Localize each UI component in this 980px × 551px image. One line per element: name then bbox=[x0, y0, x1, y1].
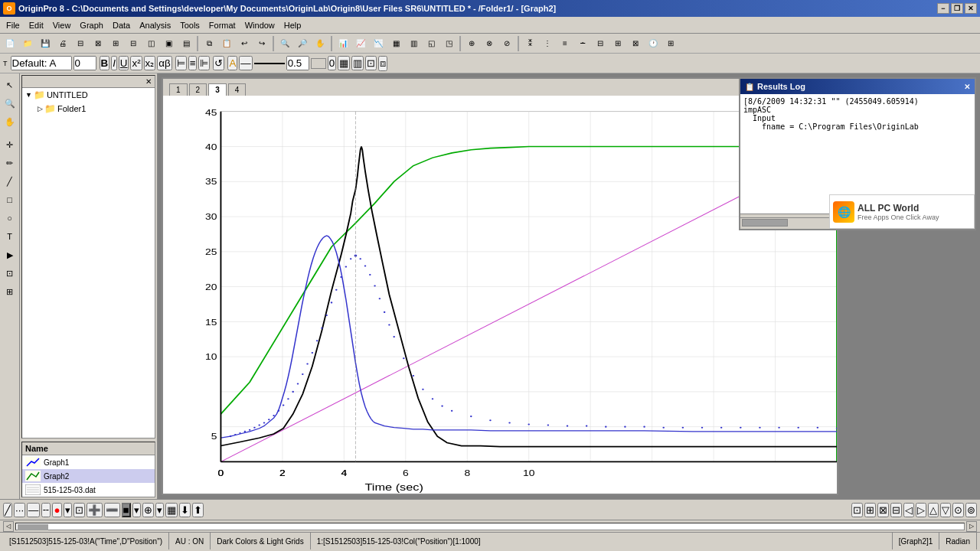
analyze-btn1[interactable]: ⊕ bbox=[463, 35, 480, 52]
tb-btn9[interactable]: ◫ bbox=[142, 35, 159, 52]
data-sel2-btn[interactable]: ▾ bbox=[155, 503, 164, 517]
draw-line-btn[interactable]: ╱ bbox=[3, 503, 12, 517]
align-right-btn[interactable]: ⊫ bbox=[198, 56, 210, 70]
bottom-btn1[interactable]: ⊡ bbox=[851, 503, 863, 517]
tree-root[interactable]: ▼ 📁 UNTITLED bbox=[22, 88, 155, 102]
redo-btn[interactable]: ↪ bbox=[253, 35, 270, 52]
tb-btn8[interactable]: ⊟ bbox=[125, 35, 142, 52]
table-btn[interactable]: ▦ bbox=[165, 503, 178, 517]
tb-btn11[interactable]: ▤ bbox=[178, 35, 194, 52]
graph-window[interactable]: 1 2 3 4 Delta Temperature (K) Magnetic F… bbox=[162, 77, 838, 495]
graph-btn5[interactable]: ▥ bbox=[405, 35, 422, 52]
font-size-input[interactable]: 0 bbox=[74, 56, 96, 70]
alpha-btn[interactable]: αβ bbox=[157, 56, 172, 70]
draw-dots-btn[interactable]: ··· bbox=[14, 503, 25, 517]
tb-clock[interactable]: 🕐 bbox=[645, 35, 662, 52]
tb-grid[interactable]: ⊞ bbox=[662, 35, 679, 52]
draw-line2-btn[interactable]: — bbox=[27, 503, 40, 517]
color-red-btn[interactable]: ● bbox=[52, 503, 61, 517]
subscript-btn[interactable]: x₂ bbox=[144, 56, 156, 70]
graph-tab-2[interactable]: 2 bbox=[189, 83, 207, 96]
print-btn[interactable]: 🖨 bbox=[54, 35, 71, 52]
draw-line3-btn[interactable]: ╌ bbox=[41, 503, 51, 517]
fill-sel-btn[interactable]: ▾ bbox=[132, 503, 141, 517]
bold-btn[interactable]: B bbox=[100, 56, 110, 70]
fill-color-btn[interactable]: ■ bbox=[122, 503, 131, 517]
save-btn[interactable]: 💾 bbox=[37, 35, 54, 52]
bottom-btn3[interactable]: ⊠ bbox=[877, 503, 889, 517]
graph-btn2[interactable]: 📈 bbox=[352, 35, 369, 52]
graph-btn3[interactable]: 📉 bbox=[370, 35, 387, 52]
graph-btn6[interactable]: ◱ bbox=[423, 35, 439, 52]
italic-btn[interactable]: I bbox=[111, 56, 117, 70]
tb-extra1[interactable]: ⁑ bbox=[521, 35, 538, 52]
name-item-graph2[interactable]: Graph2 bbox=[22, 469, 155, 483]
import-btn[interactable]: ⬇ bbox=[179, 503, 191, 517]
fill-btn[interactable]: 0 bbox=[328, 56, 336, 70]
print2-btn[interactable]: ⊟ bbox=[72, 35, 89, 52]
bottom-btn9[interactable]: ⊙ bbox=[952, 503, 964, 517]
name-item-dat[interactable]: 515-125-03.dat bbox=[22, 483, 155, 497]
menu-file[interactable]: File bbox=[2, 19, 24, 31]
align-left-btn[interactable]: ⊨ bbox=[175, 56, 187, 70]
region-sel-btn[interactable]: ⊡ bbox=[74, 503, 85, 517]
menu-tools[interactable]: Tools bbox=[175, 19, 204, 31]
close-button[interactable]: ✕ bbox=[965, 3, 977, 14]
tb-btn10[interactable]: ▣ bbox=[160, 35, 177, 52]
restore-button[interactable]: ❐ bbox=[951, 3, 963, 14]
color-btn[interactable]: A bbox=[227, 56, 237, 70]
tb-extra7[interactable]: ⊠ bbox=[627, 35, 644, 52]
bottom-btn7[interactable]: △ bbox=[928, 503, 939, 517]
arrow-tool[interactable]: ↖ bbox=[2, 77, 18, 93]
results-log-window[interactable]: 📋 Results Log ✕ [8/6/2009 14:32:31 "" (2… bbox=[739, 77, 976, 230]
line-color-btn[interactable]: — bbox=[239, 56, 252, 70]
hand-btn[interactable]: ✋ bbox=[312, 35, 328, 52]
menu-data[interactable]: Data bbox=[108, 19, 135, 31]
scroll-thumb[interactable] bbox=[18, 524, 48, 530]
menu-view[interactable]: View bbox=[48, 19, 76, 31]
pattern2-btn[interactable]: ▥ bbox=[351, 56, 364, 70]
bottom-btn5[interactable]: ◁ bbox=[903, 503, 914, 517]
pattern-btn[interactable]: ▦ bbox=[338, 56, 350, 70]
tb-btn6[interactable]: ⊠ bbox=[90, 35, 106, 52]
analyze-btn2[interactable]: ⊗ bbox=[481, 35, 498, 52]
results-log-close[interactable]: ✕ bbox=[964, 83, 970, 91]
scroll-right-btn[interactable]: ▷ bbox=[966, 521, 977, 532]
paste-btn[interactable]: 📋 bbox=[218, 35, 235, 52]
draw-tool[interactable]: ✏ bbox=[2, 155, 18, 171]
rotate-btn[interactable]: ↺ bbox=[213, 56, 224, 70]
minimize-button[interactable]: − bbox=[937, 3, 949, 14]
line-color-swatch[interactable] bbox=[311, 58, 326, 69]
graph-tab-3[interactable]: 3 bbox=[208, 83, 227, 96]
crosshair-tool[interactable]: ✛ bbox=[2, 136, 18, 153]
analyze-btn3[interactable]: ⊘ bbox=[498, 35, 515, 52]
tb-extra2[interactable]: ⋮ bbox=[539, 35, 556, 52]
menu-graph[interactable]: Graph bbox=[75, 19, 108, 31]
text-tool[interactable]: T bbox=[2, 228, 18, 245]
tb-extra4[interactable]: ∸ bbox=[574, 35, 591, 52]
data-select-tool[interactable]: ⊡ bbox=[2, 265, 18, 282]
color-selector[interactable]: ▾ bbox=[64, 503, 72, 517]
copy-btn[interactable]: ⧉ bbox=[201, 35, 217, 52]
bottom-btn4[interactable]: ⊟ bbox=[890, 503, 902, 517]
graph-btn1[interactable]: 📊 bbox=[335, 35, 351, 52]
tb-extra5[interactable]: ⊟ bbox=[592, 35, 609, 52]
scroll-left-btn[interactable]: ◁ bbox=[3, 521, 14, 532]
menu-format[interactable]: Format bbox=[204, 19, 240, 31]
menu-edit[interactable]: Edit bbox=[24, 19, 48, 31]
ellipse-tool[interactable]: ○ bbox=[2, 210, 18, 227]
project-panel-close[interactable]: ✕ bbox=[145, 77, 152, 86]
line-width-input[interactable] bbox=[286, 56, 309, 70]
zoom-tool[interactable]: 🔍 bbox=[2, 95, 18, 112]
name-item-graph1[interactable]: Graph1 bbox=[22, 455, 155, 469]
bottom-btn8[interactable]: ▽ bbox=[940, 503, 951, 517]
extra-btn2[interactable]: ⧈ bbox=[378, 56, 387, 71]
underline-btn[interactable]: U bbox=[119, 56, 129, 70]
graph-btn7[interactable]: ◳ bbox=[440, 35, 457, 52]
rect-tool[interactable]: □ bbox=[2, 191, 18, 208]
pan-tool[interactable]: ✋ bbox=[2, 113, 18, 130]
new-btn[interactable]: 📄 bbox=[2, 35, 18, 52]
remove-plot-btn[interactable]: ➖ bbox=[104, 503, 120, 517]
zoom-out-btn[interactable]: 🔎 bbox=[294, 35, 311, 52]
align-center-btn[interactable]: ≡ bbox=[188, 56, 198, 70]
